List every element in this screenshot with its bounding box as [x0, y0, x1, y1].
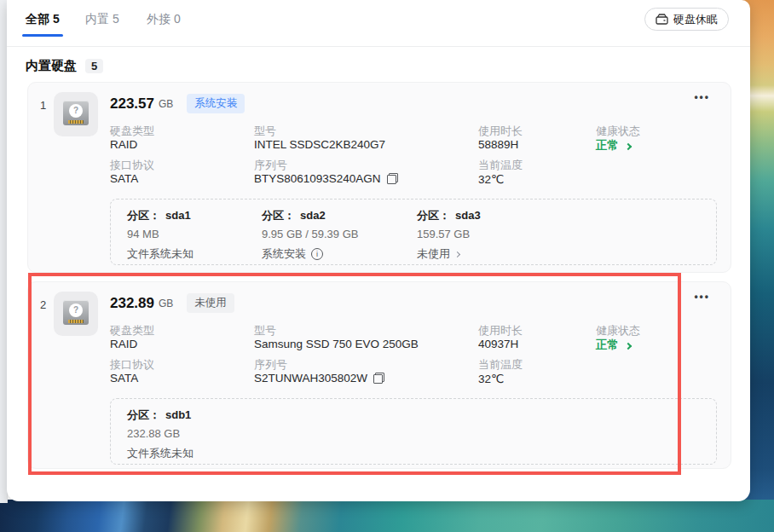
partition-size: 232.88 GB	[127, 427, 180, 440]
question-mark-icon: ?	[69, 304, 83, 317]
more-options-icon[interactable]: •••	[694, 291, 710, 303]
hard-drive-pins	[68, 320, 84, 323]
model-value: INTEL SSDSC2KB240G7	[254, 138, 385, 151]
disk-size-unit: GB	[159, 98, 173, 110]
disk-title-row: 232.89 GB 未使用	[110, 293, 234, 313]
tab-all-count: 5	[53, 12, 60, 26]
partition-box: 分区：sda1 94 MB 文件系统未知 分区：sda2 9.95 GB / 5…	[110, 199, 717, 265]
serial-label: 序列号	[254, 357, 287, 373]
section-count-badge: 5	[85, 59, 103, 73]
partition-label: 分区：	[417, 209, 450, 222]
partition-status: 文件系统未知	[127, 246, 194, 262]
health-status-text: 正常	[596, 138, 619, 153]
chevron-right-icon	[625, 142, 632, 149]
system-installed-badge: 系统安装	[187, 94, 245, 113]
protocol-value: SATA	[110, 372, 138, 385]
tab-external-label: 外接	[147, 12, 170, 26]
active-tab-underline	[22, 34, 63, 37]
unused-badge: 未使用	[187, 293, 234, 313]
disk-icon	[656, 14, 668, 25]
disk-size-unit: GB	[159, 298, 173, 309]
info-icon[interactable]: i	[311, 248, 323, 260]
temperature-label: 当前温度	[478, 357, 523, 373]
health-status-link[interactable]: 正常	[596, 138, 631, 153]
temperature-value: 32℃	[478, 372, 504, 385]
disk-type-value: RAID	[110, 138, 137, 151]
tab-internal-label: 内置	[85, 12, 109, 26]
usage-hours-label: 使用时长	[478, 323, 523, 338]
hard-drive-icon: ?	[54, 92, 98, 136]
serial-value: S2TUNWAH305802W	[254, 372, 384, 385]
protocol-label: 接口协议	[110, 357, 154, 373]
tab-external[interactable]: 外接 0	[147, 12, 181, 27]
serial-text: S2TUNWAH305802W	[254, 372, 367, 385]
serial-text: BTYS8061093S240AGN	[254, 172, 381, 185]
model-label: 型号	[254, 124, 276, 139]
usage-hours-value: 40937H	[478, 338, 518, 350]
tab-internal-count: 5	[113, 12, 119, 26]
screen: 全部 5 内置 5 外接 0 硬盘休眠 内置硬盘 5 1 ?	[0, 0, 774, 532]
hard-drive-icon: ?	[54, 292, 98, 336]
hard-drive-body: ?	[63, 101, 89, 125]
partition-name: sdb1	[165, 408, 191, 421]
tab-all[interactable]: 全部 5	[26, 12, 60, 27]
partition-sdb1: 分区：sdb1 232.88 GB 文件系统未知	[127, 399, 276, 466]
disk-index: 1	[40, 99, 46, 112]
partition-size: 9.95 GB / 59.39 GB	[262, 228, 358, 240]
health-label: 健康状态	[596, 323, 640, 338]
temperature-label: 当前温度	[478, 158, 523, 173]
partition-label: 分区：	[262, 209, 295, 222]
tab-internal[interactable]: 内置 5	[85, 12, 119, 27]
partition-name: sda3	[455, 209, 481, 222]
partition-box: 分区：sdb1 232.88 GB 文件系统未知	[110, 398, 717, 465]
copy-icon[interactable]	[373, 373, 384, 384]
protocol-value: SATA	[110, 172, 138, 185]
tab-all-label: 全部	[26, 12, 49, 26]
usage-hours-value: 58889H	[478, 138, 518, 151]
partition-name: sda2	[300, 209, 326, 222]
usage-hours-label: 使用时长	[478, 124, 523, 139]
partition-status-link[interactable]: 未使用	[417, 246, 459, 262]
model-label: 型号	[254, 323, 276, 338]
chevron-right-icon	[625, 342, 632, 349]
desktop-wallpaper-bottom	[0, 500, 774, 532]
partition-size: 94 MB	[127, 228, 159, 240]
health-status-link[interactable]: 正常	[596, 338, 631, 353]
disk-sleep-label: 硬盘休眠	[673, 12, 718, 27]
partition-sda2: 分区：sda2 9.95 GB / 59.39 GB 系统安装i	[262, 200, 411, 266]
health-label: 健康状态	[596, 124, 640, 139]
disk-size: 232.89	[110, 295, 154, 312]
disk-type-label: 硬盘类型	[110, 124, 154, 139]
partition-label: 分区：	[127, 408, 160, 421]
disk-card-1: 1 ? 223.57 GB 系统安装 ••• 硬盘类型 RAID 接口协议 SA…	[27, 82, 731, 273]
partition-status: 文件系统未知	[127, 446, 194, 461]
disk-card-2: 2 ? 232.89 GB 未使用 ••• 硬盘类型 RAID 接口协议 SAT…	[27, 281, 731, 469]
tab-external-count: 0	[174, 12, 181, 26]
protocol-label: 接口协议	[110, 158, 154, 173]
hard-drive-pins	[68, 120, 84, 124]
disk-size: 223.57	[110, 95, 154, 113]
partition-size: 159.57 GB	[417, 228, 470, 240]
question-mark-icon: ?	[69, 104, 83, 118]
disk-index: 2	[40, 298, 46, 311]
disk-title-row: 223.57 GB 系统安装	[110, 94, 245, 113]
section-header: 内置硬盘 5	[26, 58, 103, 74]
partition-name: sda1	[165, 209, 191, 222]
copy-icon[interactable]	[387, 173, 398, 184]
disk-type-label: 硬盘类型	[110, 323, 154, 338]
more-options-icon[interactable]: •••	[694, 91, 710, 103]
serial-label: 序列号	[254, 158, 287, 173]
section-title: 内置硬盘	[26, 58, 77, 74]
model-value: Samsung SSD 750 EVO 250GB	[254, 338, 419, 350]
chevron-right-icon	[454, 251, 460, 257]
partition-sda3: 分区：sda3 159.57 GB 未使用	[417, 200, 566, 266]
temperature-value: 32℃	[478, 172, 504, 186]
tabbar-divider	[7, 46, 750, 47]
health-status-text: 正常	[596, 338, 619, 353]
partition-status: 系统安装i	[262, 246, 323, 262]
hard-drive-body: ?	[63, 300, 89, 325]
disk-type-value: RAID	[110, 338, 137, 350]
partition-sda1: 分区：sda1 94 MB 文件系统未知	[127, 200, 276, 266]
disk-sleep-button[interactable]: 硬盘休眠	[644, 8, 729, 31]
serial-value: BTYS8061093S240AGN	[254, 172, 398, 185]
